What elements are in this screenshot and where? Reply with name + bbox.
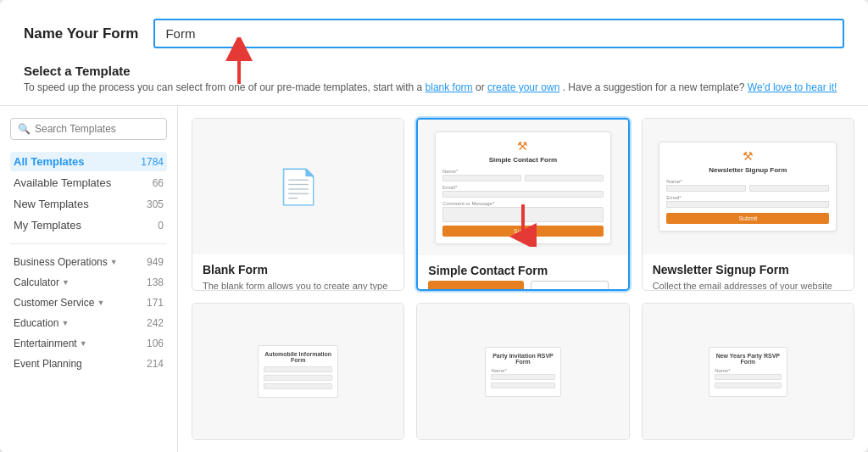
category-education[interactable]: Education ▼ 242 — [10, 314, 167, 332]
view-demo-button[interactable]: View Demo — [531, 281, 608, 291]
cat-entertainment-label: Entertainment ▼ — [14, 338, 87, 349]
newsletter-card-body: Newsletter Signup Form Collect the email… — [643, 254, 854, 291]
blank-card-preview: 📄 — [192, 119, 403, 254]
nl-email-field — [666, 201, 829, 208]
ny-field-2 — [715, 382, 781, 388]
ny-field-1 — [715, 374, 781, 380]
category-entertainment[interactable]: Entertainment ▼ 106 — [10, 334, 167, 353]
nl-name-label: Name* — [666, 179, 829, 184]
template-card-newsletter[interactable]: ⚒ Newsletter Signup Form Name* Email* Su… — [642, 118, 854, 291]
arrow-indicator — [219, 37, 259, 88]
party-preview: Party Invitation RSVP Form Name* — [417, 304, 628, 439]
chevron-icon: ▼ — [80, 339, 87, 348]
nl-email-label: Email* — [666, 195, 829, 200]
chevron-icon: ▼ — [97, 299, 104, 307]
auto-field-1 — [264, 366, 333, 372]
search-input[interactable] — [35, 123, 159, 135]
sidebar-divider — [10, 243, 167, 244]
newyear-preview: New Years Party RSVP Form Name* — [643, 304, 854, 439]
blank-card-body: Blank Form The blank form allows you to … — [192, 254, 403, 291]
auto-mini-title: Automobile Information Form — [264, 351, 333, 363]
newsletter-mini-inner: ⚒ Newsletter Signup Form Name* Email* Su… — [659, 142, 837, 232]
simple-contact-actions: Use Template View Demo — [428, 281, 617, 291]
template-card-blank[interactable]: 📄 Blank Form The blank form allows you t… — [192, 118, 404, 291]
filter-new-count: 305 — [147, 198, 164, 210]
chevron-icon: ▼ — [61, 319, 69, 327]
template-card-party[interactable]: Party Invitation RSVP Form Name* — [416, 303, 629, 440]
nl-last-field — [749, 185, 829, 192]
select-template-title: Select a Template — [24, 64, 844, 78]
search-box[interactable]: 🔍 — [10, 118, 167, 140]
mini-last-field — [525, 175, 604, 181]
newyear-mini: New Years Party RSVP Form Name* — [709, 347, 787, 397]
template-desc: To speed up the process you can select f… — [24, 81, 844, 93]
mini-first-field — [442, 175, 521, 181]
main-window: Name Your Form Select a Template To spee… — [0, 0, 868, 452]
filter-available-count: 66 — [153, 177, 164, 189]
cat-customer-service-label: Customer Service ▼ — [14, 297, 104, 309]
newyear-mini-title: New Years Party RSVP Form — [715, 353, 781, 365]
cat-education-count: 242 — [147, 317, 164, 329]
template-card-auto[interactable]: Automobile Information Form — [192, 303, 404, 440]
filter-my-templates[interactable]: My Templates 0 — [10, 215, 167, 235]
newsletter-desc: Collect the email addresses of your webs… — [653, 280, 843, 291]
filter-new-templates[interactable]: New Templates 305 — [10, 194, 167, 214]
template-card-simple-contact[interactable]: ♡ ⚒ Simple Contact Form Name* Email* — [416, 118, 629, 291]
search-icon: 🔍 — [18, 123, 31, 135]
simple-contact-card-body: Simple Contact Form Use Template View De… — [418, 255, 627, 291]
category-customer-service[interactable]: Customer Service ▼ 171 — [10, 293, 167, 312]
templates-grid: 📄 Blank Form The blank form allows you t… — [178, 106, 868, 452]
hear-link[interactable]: We'd love to hear it! — [748, 81, 837, 93]
party-field-2 — [491, 382, 554, 388]
nl-submit-btn: Submit — [666, 213, 829, 224]
filter-my-label: My Templates — [14, 219, 81, 232]
main-content: 🔍 All Templates 1784 Available Templates… — [0, 106, 868, 452]
cat-event-planning-count: 214 — [147, 358, 164, 370]
create-own-link[interactable]: create your own — [487, 81, 559, 93]
blank-card-title: Blank Form — [203, 263, 393, 276]
cat-business-count: 949 — [147, 256, 164, 268]
template-card-newyear[interactable]: New Years Party RSVP Form Name* — [642, 303, 854, 440]
mini-form-title: Simple Contact Form — [442, 156, 604, 164]
cat-entertainment-count: 106 — [147, 338, 164, 349]
newsletter-preview: ⚒ Newsletter Signup Form Name* Email* Su… — [643, 119, 854, 254]
sidebar: 🔍 All Templates 1784 Available Templates… — [0, 106, 178, 452]
desc-middle: or — [476, 81, 487, 93]
auto-mini: Automobile Information Form — [258, 345, 339, 398]
party-mini-title: Party Invitation RSVP Form — [491, 353, 554, 365]
party-mini: Party Invitation RSVP Form Name* — [485, 347, 560, 397]
filter-available-templates[interactable]: Available Templates 66 — [10, 173, 167, 193]
name-form-row: Name Your Form — [24, 19, 844, 48]
cat-event-planning-label: Event Planning — [14, 358, 82, 370]
mini-email-field — [442, 191, 604, 198]
cat-business-label: Business Operations ▼ — [14, 256, 118, 268]
auto-preview: Automobile Information Form — [192, 304, 403, 439]
chevron-icon: ▼ — [110, 258, 118, 266]
category-business[interactable]: Business Operations ▼ 949 — [10, 253, 167, 271]
blank-form-link[interactable]: blank form — [426, 81, 473, 93]
cat-calculator-label: Calculator ▼ — [14, 276, 70, 288]
filter-my-count: 0 — [158, 220, 164, 232]
desc-suffix: . Have a suggestion for a new template? — [563, 81, 745, 93]
top-section: Name Your Form Select a Template To spee… — [0, 0, 868, 106]
newsletter-mini-form: ⚒ Newsletter Signup Form Name* Email* Su… — [643, 119, 854, 254]
filter-all-templates[interactable]: All Templates 1784 — [10, 152, 167, 171]
use-template-button[interactable]: Use Template — [428, 281, 524, 291]
newsletter-mini-title: Newsletter Signup Form — [666, 166, 829, 174]
chevron-icon: ▼ — [62, 278, 70, 287]
simple-contact-title: Simple Contact Form — [428, 264, 617, 277]
filter-available-label: Available Templates — [14, 176, 111, 189]
filter-all-label: All Templates — [14, 155, 85, 168]
mini-name-row — [442, 175, 604, 181]
blank-form-icon: 📄 — [277, 167, 320, 207]
mini-email-label: Email* — [442, 185, 604, 190]
mini-name-label: Name* — [442, 169, 604, 174]
cat-customer-service-count: 171 — [147, 297, 164, 309]
filter-new-label: New Templates — [14, 198, 89, 210]
auto-field-3 — [264, 383, 333, 389]
simple-contact-preview: ⚒ Simple Contact Form Name* Email* Comme… — [418, 120, 627, 255]
category-calculator[interactable]: Calculator ▼ 138 — [10, 273, 167, 292]
party-field-1 — [491, 374, 554, 380]
cat-calculator-count: 138 — [147, 276, 164, 288]
category-event-planning[interactable]: Event Planning 214 — [10, 354, 167, 373]
